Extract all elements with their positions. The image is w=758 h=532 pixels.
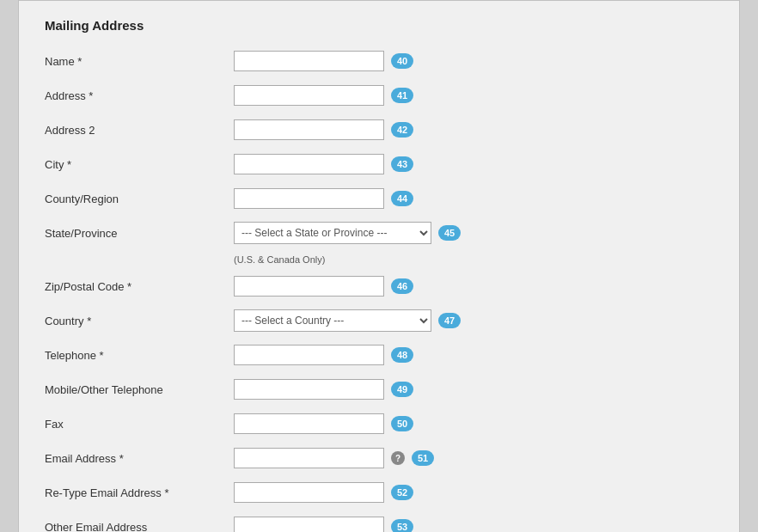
form-row-other_email: Other Email Address53 — [45, 514, 713, 532]
input-name[interactable] — [234, 51, 384, 71]
field-zip: 46 — [234, 276, 413, 297]
label-address2: Address 2 — [45, 124, 234, 137]
label-state: State/Province — [45, 227, 234, 240]
badge-fax: 50 — [391, 416, 413, 431]
input-zip[interactable] — [234, 276, 384, 297]
badge-county: 44 — [391, 191, 413, 206]
field-mobile: 49 — [234, 379, 413, 400]
label-telephone: Telephone * — [45, 349, 234, 362]
field-country: --- Select a Country ---47 — [234, 309, 461, 332]
label-fax: Fax — [45, 418, 234, 431]
help-icon-email[interactable]: ? — [391, 451, 405, 465]
form-row-email: Email Address *?51 — [45, 445, 713, 471]
input-county[interactable] — [234, 188, 384, 209]
field-address: 41 — [234, 85, 413, 106]
input-fax[interactable] — [234, 413, 384, 434]
label-address: Address * — [45, 89, 234, 102]
form-row-mobile: Mobile/Other Telephone49 — [45, 376, 713, 402]
label-county: County/Region — [45, 193, 234, 205]
select-state[interactable]: --- Select a State or Province --- — [234, 222, 431, 244]
field-telephone: 48 — [234, 345, 413, 365]
form-row-address2: Address 242 — [45, 117, 713, 143]
label-other_email: Other Email Address — [45, 521, 234, 533]
input-address2[interactable] — [234, 119, 384, 140]
field-retype_email: 52 — [234, 482, 413, 503]
label-city: City * — [45, 158, 234, 171]
input-other_email[interactable] — [234, 517, 384, 532]
badge-email: 51 — [412, 450, 434, 466]
badge-city: 43 — [391, 156, 413, 172]
badge-other_email: 53 — [391, 519, 413, 532]
badge-mobile: 49 — [391, 382, 413, 397]
form-row-city: City *43 — [45, 151, 713, 177]
form-row-zip: Zip/Postal Code *46 — [45, 273, 713, 299]
section-title: Mailing Address — [45, 18, 713, 33]
form-row-name: Name *40 — [45, 48, 713, 74]
select-country[interactable]: --- Select a Country --- — [234, 309, 431, 332]
badge-address2: 42 — [391, 122, 413, 138]
field-state: --- Select a State or Province ---45 — [234, 222, 461, 244]
input-retype_email[interactable] — [234, 482, 384, 503]
badge-zip: 46 — [391, 278, 413, 294]
form-row-telephone: Telephone *48 — [45, 342, 713, 368]
input-address[interactable] — [234, 85, 384, 106]
form-row-fax: Fax50 — [45, 411, 713, 437]
form-row-county: County/Region44 — [45, 186, 713, 211]
label-name: Name * — [45, 55, 234, 68]
hint-state: (U.S. & Canada Only) — [234, 254, 713, 265]
field-name: 40 — [234, 51, 413, 71]
input-email[interactable] — [234, 448, 384, 468]
form-row-country: Country *--- Select a Country ---47 — [45, 308, 713, 333]
form-row-state: State/Province--- Select a State or Prov… — [45, 220, 713, 246]
label-country: Country * — [45, 315, 234, 327]
badge-address: 41 — [391, 88, 413, 103]
input-telephone[interactable] — [234, 345, 384, 365]
badge-state: 45 — [438, 225, 461, 241]
label-mobile: Mobile/Other Telephone — [45, 383, 234, 396]
badge-telephone: 48 — [391, 347, 413, 363]
label-email: Email Address * — [45, 452, 234, 465]
field-email: ?51 — [234, 448, 434, 468]
label-retype_email: Re-Type Email Address * — [45, 486, 234, 499]
field-other_email: 53 — [234, 517, 413, 532]
label-zip: Zip/Postal Code * — [45, 280, 234, 293]
field-fax: 50 — [234, 413, 413, 434]
input-city[interactable] — [234, 154, 384, 174]
form-row-retype_email: Re-Type Email Address *52 — [45, 480, 713, 505]
field-address2: 42 — [234, 119, 413, 140]
mailing-address-card: Mailing Address Name *40Address *41Addre… — [18, 0, 740, 532]
form-row-address: Address *41 — [45, 83, 713, 108]
badge-country: 47 — [438, 313, 461, 328]
field-county: 44 — [234, 188, 413, 209]
badge-name: 40 — [391, 53, 413, 69]
badge-retype_email: 52 — [391, 485, 413, 500]
field-city: 43 — [234, 154, 413, 174]
input-mobile[interactable] — [234, 379, 384, 400]
